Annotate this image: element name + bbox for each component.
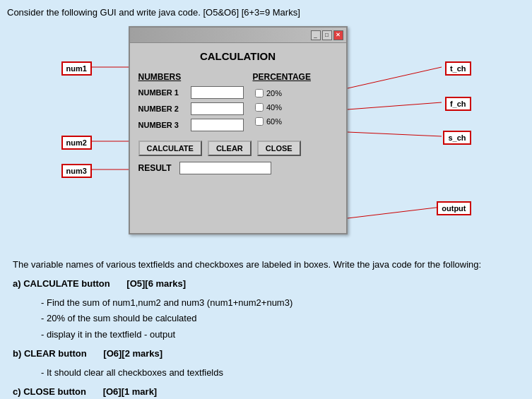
section-b-header: b) CLEAR button [O6][2 marks] [13, 347, 519, 362]
checkbox-60[interactable] [255, 117, 264, 126]
svg-line-5 [348, 132, 442, 136]
section-b-bullets: It should clear all checkboxes and textf… [41, 366, 519, 381]
question-header: Consider the following GUI and write jav… [7, 7, 525, 18]
calculate-button[interactable]: CALCULATE [138, 141, 202, 156]
minimize-btn[interactable]: _ [311, 30, 321, 40]
number1-input[interactable] [191, 86, 244, 99]
svg-line-4 [348, 102, 442, 109]
description-section: The variable names of various textfields… [7, 258, 525, 399]
checkbox-40-label: 40% [266, 103, 282, 112]
section-c-header: c) CLOSE button [O6][1 mark] [13, 385, 519, 399]
number2-label: NUMBER 2 [138, 105, 187, 113]
result-input[interactable] [179, 162, 271, 174]
num3-label: num3 [61, 164, 92, 178]
close-button[interactable]: CLOSE [257, 141, 301, 156]
checkbox-20-row: 20% [255, 89, 338, 97]
bullet-a1: Find the sum of num1,num2 and num3 (num1… [41, 296, 519, 311]
percentage-header: PERCENTAGE [253, 72, 338, 82]
number2-row: NUMBER 2 [138, 102, 248, 115]
number3-row: NUMBER 3 [138, 119, 248, 131]
description-intro: The variable names of various textfields… [13, 258, 519, 273]
checkbox-40-row: 40% [255, 103, 338, 112]
f-ch-label: f_ch [445, 97, 471, 111]
output-label: output [437, 201, 471, 215]
t-ch-label: t_ch [445, 61, 471, 76]
number1-row: NUMBER 1 [138, 86, 248, 99]
bullet-a2: 20% of the sum should be calculated [41, 311, 519, 326]
bullet-a3: display it in the textfield - output [41, 328, 519, 343]
result-row: RESULT [138, 162, 338, 174]
numbers-header: NUMBERS [138, 72, 252, 82]
result-label: RESULT [138, 163, 174, 173]
titlebar: _ □ ✕ [130, 28, 346, 43]
number3-input[interactable] [191, 119, 244, 131]
checkbox-60-row: 60% [255, 117, 338, 126]
section-a-bullets: Find the sum of num1,num2 and num3 (num1… [41, 296, 519, 343]
close-window-btn[interactable]: ✕ [333, 30, 343, 40]
num1-label: num1 [61, 61, 92, 76]
checkbox-20[interactable] [255, 89, 264, 97]
num2-label: num2 [61, 136, 92, 150]
clear-button[interactable]: CLEAR [208, 141, 252, 156]
gui-window: _ □ ✕ CALCULATION NUMBERS PERCENTAGE [129, 26, 348, 234]
maximize-btn[interactable]: □ [322, 30, 332, 40]
buttons-row: CALCULATE CLEAR CLOSE [138, 141, 338, 156]
checkbox-40[interactable] [255, 103, 264, 112]
svg-line-3 [348, 67, 442, 88]
number2-input[interactable] [191, 102, 244, 115]
checkbox-60-label: 60% [266, 117, 282, 126]
window-title: CALCULATION [130, 43, 346, 68]
checkbox-20-label: 20% [266, 89, 282, 97]
diagram-area: num1 num2 num3 t_ch f_ch s_ch output _ □… [7, 26, 525, 245]
section-a-header: a) CALCULATE button [O5][6 marks] [13, 277, 519, 292]
number1-label: NUMBER 1 [138, 88, 187, 97]
bullet-b1: It should clear all checkboxes and textf… [41, 366, 519, 381]
svg-line-6 [348, 207, 442, 218]
number3-label: NUMBER 3 [138, 121, 187, 129]
s-ch-label: s_ch [443, 131, 471, 145]
